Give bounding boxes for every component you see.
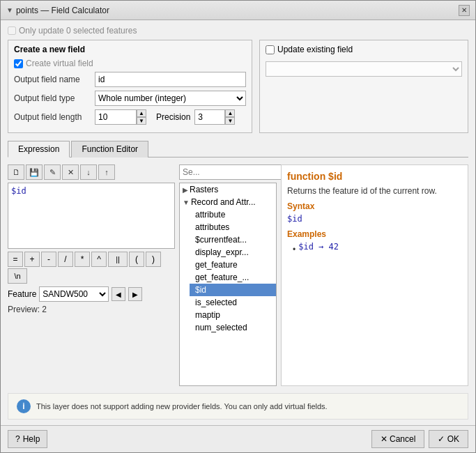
tree-item-currentfeat[interactable]: $currentfeat...: [190, 233, 276, 246]
record-attr-label: Record and Attr...: [191, 197, 256, 207]
delete-expression-button[interactable]: ✕: [62, 164, 79, 180]
output-type-label: Output field type: [14, 93, 91, 103]
close-button[interactable]: ✕: [459, 5, 470, 16]
tree-item-display-expr[interactable]: display_expr...: [190, 246, 276, 259]
example-bullet: •: [293, 245, 295, 254]
precision-input[interactable]: [194, 109, 225, 125]
tree-item-maptip[interactable]: maptip: [190, 309, 276, 321]
record-attr-children: attribute attributes $currentfeat... dis…: [180, 208, 276, 334]
precision-down-button[interactable]: ▼: [225, 117, 235, 125]
title-bar: ▼ points — Field Calculator ✕: [1, 1, 475, 20]
help-button-label: Help: [23, 434, 40, 444]
virtual-field-label: Create virtual field: [26, 59, 93, 68]
op-multiply[interactable]: *: [75, 252, 90, 267]
expression-left-panel: 🗋 💾 ✎ ✕ ↓ ↑ $id = + - / * ^ ||: [8, 164, 175, 386]
precision-spinner: ▲ ▼: [194, 109, 235, 125]
function-tree: Show Help ▶ Rasters ▼ Record and Attr...…: [179, 164, 277, 386]
op-divide[interactable]: /: [58, 252, 73, 267]
help-syntax-code: $id: [287, 214, 462, 224]
expression-textarea[interactable]: $id: [8, 183, 175, 249]
op-plus[interactable]: +: [24, 252, 40, 267]
help-button[interactable]: ? Help: [8, 430, 47, 448]
tree-item-attribute[interactable]: attribute: [190, 208, 276, 221]
main-content: Only update 0 selected features Create a…: [1, 20, 475, 425]
output-name-label: Output field name: [14, 75, 91, 84]
length-spinner-buttons: ▲ ▼: [137, 109, 146, 125]
tree-item-record-attr[interactable]: ▼ Record and Attr...: [180, 196, 276, 208]
virtual-field-checkbox[interactable]: [14, 59, 23, 68]
tab-function-editor[interactable]: Function Editor: [71, 141, 148, 158]
length-up-button[interactable]: ▲: [137, 109, 146, 117]
op-concat[interactable]: ||: [108, 252, 128, 267]
length-spinner: ▲ ▼: [95, 109, 146, 125]
op-minus[interactable]: -: [41, 252, 56, 267]
tree-item-get-feature[interactable]: get_feature: [190, 259, 276, 271]
output-name-input[interactable]: [95, 72, 246, 87]
tree-container[interactable]: ▶ Rasters ▼ Record and Attr... attribute…: [179, 183, 277, 386]
precision-spinner-buttons: ▲ ▼: [225, 109, 235, 125]
ok-button[interactable]: ✓ OK: [429, 430, 468, 448]
output-type-row: Output field type Whole number (integer): [14, 91, 246, 106]
info-section: i This layer does not support adding new…: [8, 393, 468, 420]
output-length-label: Output field length: [14, 112, 91, 122]
help-panel: function $id Returns the feature id of t…: [281, 164, 468, 386]
output-length-row: Output field length ▲ ▼ Precision ▲: [14, 109, 246, 125]
main-window: ▼ points — Field Calculator ✕ Only updat…: [0, 0, 476, 453]
feature-row: Feature SANDW500 ◀ ▶: [8, 286, 175, 302]
next-feature-button[interactable]: ▶: [128, 287, 142, 301]
tree-item-attributes[interactable]: attributes: [190, 221, 276, 233]
prev-feature-button[interactable]: ◀: [112, 287, 125, 301]
update-existing-select[interactable]: [266, 61, 462, 77]
op-close-paren[interactable]: ): [146, 252, 161, 267]
info-message: This layer does not support adding new p…: [36, 402, 328, 410]
export-expression-button[interactable]: ↑: [98, 164, 115, 180]
op-equals[interactable]: =: [8, 252, 23, 267]
op-open-paren[interactable]: (: [129, 252, 144, 267]
feature-label: Feature: [8, 289, 36, 299]
title-arrow-icon: ▼: [6, 6, 13, 14]
help-body: Returns the feature id of the current ro…: [287, 186, 462, 196]
output-type-select[interactable]: Whole number (integer): [95, 91, 246, 106]
info-icon: i: [17, 399, 31, 413]
help-icon: ?: [15, 434, 20, 444]
tab-expression[interactable]: Expression: [8, 141, 70, 158]
only-update-checkbox[interactable]: [8, 26, 16, 35]
preview-row: Preview: 2: [8, 305, 175, 314]
save-expression-button[interactable]: 💾: [26, 164, 43, 180]
update-existing-row: Update existing field: [266, 45, 462, 54]
help-title: function $id: [287, 171, 462, 182]
window-title: points — Field Calculator: [16, 6, 109, 15]
cancel-button[interactable]: ✕ Cancel: [371, 430, 425, 448]
precision-up-button[interactable]: ▲: [225, 109, 235, 117]
precision-label: Precision: [156, 112, 190, 122]
update-existing-label: Update existing field: [277, 45, 353, 54]
output-name-row: Output field name: [14, 72, 246, 87]
import-expression-button[interactable]: ↓: [80, 164, 97, 180]
tree-item-num-selected[interactable]: num_selected: [190, 321, 276, 334]
search-input[interactable]: [179, 164, 291, 180]
new-expression-button[interactable]: 🗋: [8, 164, 24, 180]
tab-bar: Expression Function Editor: [8, 140, 468, 158]
help-syntax-label: Syntax: [287, 201, 462, 211]
action-buttons: ✕ Cancel ✓ OK: [371, 430, 468, 448]
create-field-section: Create a new field Create virtual field …: [8, 40, 252, 133]
help-example-code: $id → 42: [298, 242, 339, 252]
length-down-button[interactable]: ▼: [137, 117, 146, 125]
search-bar: Show Help: [179, 164, 277, 180]
op-newline[interactable]: \n: [8, 268, 27, 284]
record-attr-arrow-icon: ▼: [183, 199, 190, 206]
only-update-label[interactable]: Only update 0 selected features: [8, 26, 137, 36]
bottom-bar: ? Help ✕ Cancel ✓ OK: [1, 425, 475, 452]
operator-buttons: = + - / * ^ || ( ) \n: [8, 252, 175, 284]
tree-item-get-feature2[interactable]: get_feature_...: [190, 271, 276, 284]
edit-expression-button[interactable]: ✎: [44, 164, 61, 180]
feature-select[interactable]: SANDW500: [39, 286, 109, 302]
update-existing-checkbox[interactable]: [266, 45, 275, 54]
title-bar-left: ▼ points — Field Calculator: [6, 6, 109, 15]
tree-item-id[interactable]: $id: [190, 284, 276, 296]
form-section: Create a new field Create virtual field …: [8, 40, 468, 133]
tree-item-rasters[interactable]: ▶ Rasters: [180, 183, 276, 196]
tree-item-is-selected[interactable]: is_selected: [190, 296, 276, 309]
op-caret[interactable]: ^: [91, 252, 107, 267]
length-input[interactable]: [95, 109, 137, 125]
